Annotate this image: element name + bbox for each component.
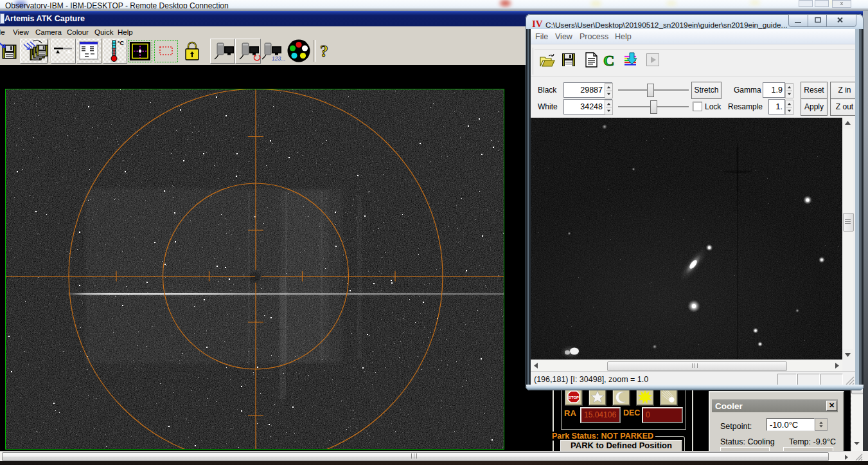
svg-text:?: ? xyxy=(320,42,328,60)
svg-text:123...: 123... xyxy=(272,55,285,62)
svg-text:°C: °C xyxy=(118,40,125,46)
svg-text:C: C xyxy=(603,52,614,69)
svg-text:STOP: STOP xyxy=(569,396,579,399)
